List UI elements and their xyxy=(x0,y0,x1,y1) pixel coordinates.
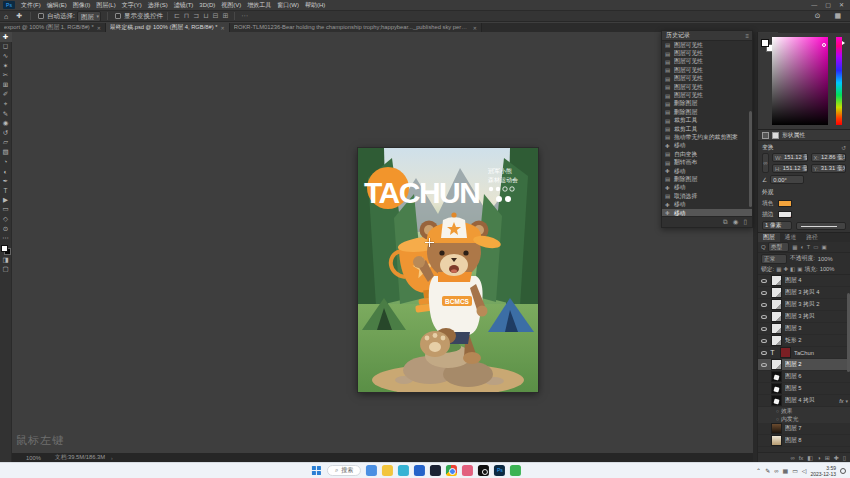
history-item-20[interactable]: ✚移动 xyxy=(662,209,752,216)
align-icon-5[interactable]: ⊞ xyxy=(222,12,228,20)
chevron-up-icon[interactable]: ⌃ xyxy=(756,467,761,474)
layer-name[interactable]: 图层 2 xyxy=(785,360,850,369)
layer-name[interactable]: 图层 8 xyxy=(785,436,850,445)
menu-item-9[interactable]: 增效工具 xyxy=(244,0,274,10)
stroke-style-dropdown[interactable] xyxy=(796,222,846,230)
marquee-tool[interactable]: ◻ xyxy=(0,42,12,52)
menu-item-8[interactable]: 视图(V) xyxy=(218,0,244,10)
menu-item-6[interactable]: 滤镜(T) xyxy=(171,0,197,10)
width-field[interactable]: W:151.12 毫米 xyxy=(772,153,808,162)
camera-app-icon[interactable] xyxy=(478,465,489,476)
hand-tool[interactable]: ◇ xyxy=(0,214,12,224)
new-layer-icon[interactable]: ✚ xyxy=(834,454,839,461)
layer-thumbnail[interactable] xyxy=(771,359,782,370)
layer-row-7[interactable]: 图层 2 xyxy=(758,359,850,371)
delete-layer-icon[interactable]: ▯ xyxy=(843,454,846,461)
notification-bell-icon[interactable] xyxy=(840,468,846,474)
layer-thumbnail[interactable] xyxy=(771,395,782,406)
layer-name[interactable]: 图层 6 xyxy=(785,372,850,381)
add-mask-icon[interactable]: ◧ xyxy=(807,454,813,461)
path-select-tool[interactable]: ▶ xyxy=(0,195,12,205)
layer-row-6[interactable]: TTaChun xyxy=(758,347,850,359)
foreground-color-swatch[interactable] xyxy=(761,39,769,47)
volume-tray-icon[interactable]: ◁ xyxy=(802,467,807,474)
layer-thumbnail[interactable] xyxy=(771,311,782,322)
layer-name[interactable]: 图层 4 拷贝 xyxy=(785,396,839,405)
color-picker-marker[interactable] xyxy=(822,43,826,47)
app-dark-icon[interactable] xyxy=(430,465,441,476)
poster-document[interactable]: BCMCS TACHUN 冠军小熊 森林运动会 xyxy=(358,148,538,392)
layer-visibility-toggle[interactable] xyxy=(760,315,768,319)
reset-transform-icon[interactable]: ↺ xyxy=(841,145,846,151)
layer-visibility-toggle[interactable] xyxy=(760,339,768,343)
layer-row-2[interactable]: 图层 3 拷贝 2 xyxy=(758,299,850,311)
layer-name[interactable]: 图层 3 xyxy=(785,324,850,333)
move-tool[interactable]: ✚ xyxy=(0,32,12,42)
hue-slider-marker[interactable] xyxy=(842,41,845,45)
close-tab-icon[interactable]: ✕ xyxy=(97,25,101,31)
history-item-6[interactable]: ▤图层可见性 xyxy=(662,91,752,99)
delete-state-icon[interactable]: ▯ xyxy=(743,218,747,226)
layer-name[interactable]: 图层 5 xyxy=(785,384,850,393)
minimize-button[interactable]: — xyxy=(811,0,817,10)
menu-item-5[interactable]: 选择(S) xyxy=(145,0,171,10)
hue-slider[interactable] xyxy=(836,37,842,125)
status-arrow-icon[interactable]: › xyxy=(111,455,113,461)
type-tool[interactable]: T xyxy=(0,186,12,196)
layer-filter-icon-1[interactable]: ◐ xyxy=(800,244,803,250)
history-item-11[interactable]: ▤拖动带无约束的裁剪图案 xyxy=(662,133,752,141)
magic-wand-tool[interactable]: ✶ xyxy=(0,61,12,71)
history-item-0[interactable]: ▤图层可见性 xyxy=(662,41,752,49)
file-explorer-icon[interactable] xyxy=(382,465,393,476)
menu-item-7[interactable]: 3D(D) xyxy=(196,0,218,10)
history-item-5[interactable]: ▤图层可见性 xyxy=(662,83,752,91)
layer-thumbnail[interactable] xyxy=(780,347,791,358)
fill-color-swatch[interactable] xyxy=(778,200,792,207)
taskbar-search[interactable]: ⌕ 搜索 xyxy=(327,465,361,476)
height-field[interactable]: H:151.12 毫米 xyxy=(772,164,808,173)
canvas-area[interactable]: BCMCS TACHUN 冠军小熊 森林运动会 鼠标左键 100% 文档:39.… xyxy=(12,32,753,462)
layer-filter-dropdown[interactable]: 类型 xyxy=(768,242,790,252)
lock-icon-1[interactable]: ✚ xyxy=(783,266,788,272)
frame-tool[interactable]: ⊞ xyxy=(0,80,12,90)
layer-visibility-toggle[interactable] xyxy=(760,363,768,367)
align-icon-0[interactable]: ⊏ xyxy=(174,12,180,20)
history-item-7[interactable]: ▤删除图层 xyxy=(662,100,752,108)
history-item-17[interactable]: ✚移动 xyxy=(662,184,752,192)
layer-row-3[interactable]: 图层 3 拷贝 xyxy=(758,311,850,323)
layer-visibility-toggle[interactable] xyxy=(760,351,768,355)
clock[interactable]: 3:592023-12-13 xyxy=(810,465,836,477)
brush-tool[interactable]: ✎ xyxy=(0,109,12,119)
layer-name[interactable]: TaChun xyxy=(794,350,850,356)
new-doc-from-state-icon[interactable]: ⧉ xyxy=(723,218,728,226)
layer-row-8[interactable]: 图层 6 xyxy=(758,371,850,383)
layer-visibility-toggle[interactable] xyxy=(760,291,768,295)
panel-menu-icon[interactable]: ≡ xyxy=(745,33,752,39)
close-tab-icon[interactable]: ✕ xyxy=(221,25,225,31)
new-snapshot-icon[interactable]: ◉ xyxy=(733,218,739,226)
layer-visibility-toggle[interactable] xyxy=(760,327,768,331)
show-transform-checkbox[interactable] xyxy=(115,13,121,19)
auto-select-dropdown[interactable]: 图层 xyxy=(77,11,101,22)
document-tab-0[interactable]: export @ 100% (图层 1, RGB/8#) *✕ xyxy=(0,23,106,32)
rectangle-tool[interactable]: ▭ xyxy=(0,205,12,215)
history-item-14[interactable]: ▤翻转画布 xyxy=(662,158,752,166)
workspace-icon[interactable]: ▦ xyxy=(834,12,841,20)
clone-stamp-tool[interactable]: ◉ xyxy=(0,118,12,128)
link-layers-icon[interactable]: ∞ xyxy=(790,455,794,461)
layer-visibility-toggle[interactable] xyxy=(760,279,768,283)
menu-item-2[interactable]: 图像(I) xyxy=(70,0,94,10)
menu-item-0[interactable]: 文件(F) xyxy=(18,0,44,10)
layer-row-14[interactable]: 图层 8 xyxy=(758,435,850,447)
widgets-icon[interactable] xyxy=(366,465,377,476)
layer-visibility-toggle[interactable] xyxy=(760,303,768,307)
layer-thumbnail[interactable] xyxy=(771,371,782,382)
panel-tab-图层[interactable]: 图层 xyxy=(758,233,780,242)
new-group-icon[interactable]: ⊞ xyxy=(825,454,830,461)
more-tools-icon[interactable]: ⋯ xyxy=(0,233,12,243)
pen-tray-icon[interactable]: ✎ xyxy=(765,467,770,474)
align-icon-3[interactable]: ⊔ xyxy=(203,12,208,20)
align-icon-2[interactable]: ⊐ xyxy=(193,12,199,20)
layer-name[interactable]: 图层 3 拷贝 2 xyxy=(785,300,850,309)
layer-row-1[interactable]: 图层 3 拷贝 4 xyxy=(758,287,850,299)
